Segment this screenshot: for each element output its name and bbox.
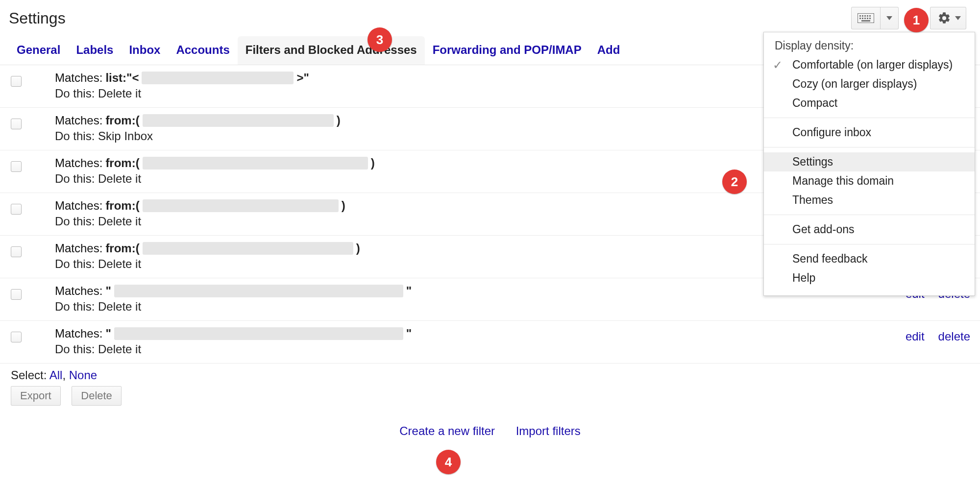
tab-forwarding-and-pop-imap[interactable]: Forwarding and POP/IMAP: [425, 36, 589, 65]
header-bar: Settings: [0, 0, 980, 36]
matches-label: Matches:: [55, 242, 102, 255]
filter-checkbox[interactable]: [11, 204, 22, 215]
delete-button[interactable]: Delete: [72, 386, 122, 406]
menu-density-header: Display density:: [764, 37, 975, 55]
match-prefix: ": [105, 284, 111, 298]
filter-checkbox[interactable]: [11, 332, 22, 342]
keyboard-icon: [858, 13, 874, 23]
matches-label: Matches:: [55, 156, 102, 170]
svg-rect-5: [869, 15, 871, 17]
svg-rect-10: [869, 18, 871, 19]
keyboard-button[interactable]: [851, 7, 881, 29]
svg-rect-1: [859, 15, 861, 17]
filter-row: Matches:""Do this: Delete iteditdelete: [0, 321, 980, 364]
settings-gear-group: [930, 7, 966, 29]
tab-inbox[interactable]: Inbox: [121, 36, 168, 65]
menu-item-label: Comfortable (on larger displays): [792, 58, 953, 71]
dropdown-caret-icon: [886, 16, 892, 20]
menu-item-compact[interactable]: Compact: [764, 94, 975, 113]
check-icon: ✓: [773, 58, 783, 72]
redacted-value: [114, 285, 403, 297]
menu-item-label: Themes: [792, 194, 833, 206]
import-filters-link[interactable]: Import filters: [516, 424, 581, 437]
match-suffix: ): [371, 156, 375, 170]
annotation-badge-2: 2: [722, 170, 747, 194]
annotation-badge-3: 3: [368, 27, 392, 52]
svg-rect-4: [867, 15, 868, 17]
filter-checkbox[interactable]: [11, 246, 22, 257]
svg-rect-8: [864, 18, 866, 19]
menu-item-configure-inbox[interactable]: Configure inbox: [764, 123, 975, 142]
filter-checkbox[interactable]: [11, 289, 22, 300]
svg-rect-7: [862, 18, 863, 19]
select-label: Select:: [11, 368, 47, 382]
filter-checkbox[interactable]: [11, 76, 22, 87]
matches-label: Matches:: [55, 284, 102, 298]
menu-item-label: Manage this domain: [792, 174, 894, 187]
tab-add[interactable]: Add: [589, 36, 628, 65]
menu-item-send-feedback[interactable]: Send feedback: [764, 249, 975, 268]
page-title: Settings: [9, 9, 66, 27]
annotation-badge-1: 1: [904, 8, 929, 32]
svg-rect-9: [867, 18, 868, 19]
filter-text: Matches:""Do this: Delete it: [55, 327, 906, 356]
menu-item-settings[interactable]: Settings: [764, 152, 975, 171]
match-suffix: ): [337, 114, 341, 127]
menu-item-comfortable-on-larger-displays-[interactable]: ✓Comfortable (on larger displays): [764, 55, 975, 74]
svg-rect-2: [862, 15, 863, 17]
menu-item-help[interactable]: Help: [764, 268, 975, 288]
redacted-value: [143, 199, 339, 212]
svg-rect-6: [859, 18, 861, 19]
settings-gear-button[interactable]: [930, 7, 966, 29]
menu-item-cozy-on-larger-displays-[interactable]: Cozy (on larger displays): [764, 74, 975, 94]
keyboard-dropdown-button[interactable]: [881, 7, 899, 29]
matches-label: Matches:: [55, 327, 102, 340]
filter-checkbox[interactable]: [11, 161, 22, 172]
dropdown-caret-icon: [955, 16, 961, 20]
redacted-value: [142, 72, 294, 84]
menu-item-label: Compact: [792, 97, 837, 109]
action-line: Do this: Delete it: [55, 300, 906, 314]
matches-label: Matches:: [55, 71, 102, 85]
matches-label: Matches:: [55, 199, 102, 213]
match-prefix: from:(: [105, 199, 139, 213]
filters-footer: Select: All, None Export Delete Create a…: [0, 364, 980, 453]
menu-item-label: Help: [792, 271, 815, 284]
create-filter-link[interactable]: Create a new filter: [399, 424, 495, 437]
tab-general[interactable]: General: [9, 36, 68, 65]
redacted-value: [114, 327, 403, 340]
redacted-value: [143, 114, 334, 127]
tab-filters-and-blocked-addresses[interactable]: Filters and Blocked Addresses: [238, 36, 425, 65]
menu-item-label: Get add-ons: [792, 223, 855, 236]
action-line: Do this: Delete it: [55, 342, 906, 356]
bottom-links: Create a new filter Import filters: [11, 424, 969, 438]
filter-checkbox[interactable]: [11, 119, 22, 129]
match-prefix: from:(: [105, 242, 139, 255]
select-none-link[interactable]: None: [69, 368, 97, 382]
match-suffix: ": [406, 327, 412, 340]
menu-item-themes[interactable]: Themes: [764, 191, 975, 210]
redacted-value: [143, 242, 353, 255]
edit-filter-link[interactable]: edit: [906, 330, 925, 343]
svg-rect-11: [861, 20, 870, 22]
tab-accounts[interactable]: Accounts: [168, 36, 237, 65]
select-line: Select: All, None: [11, 368, 969, 382]
menu-item-get-add-ons[interactable]: Get add-ons: [764, 220, 975, 239]
match-suffix: >": [296, 71, 309, 85]
matches-label: Matches:: [55, 114, 102, 127]
tab-labels[interactable]: Labels: [68, 36, 121, 65]
select-all-link[interactable]: All: [49, 368, 63, 382]
svg-rect-3: [864, 15, 866, 17]
filter-row-actions: editdelete: [906, 327, 970, 343]
menu-item-label: Cozy (on larger displays): [792, 77, 917, 90]
export-button[interactable]: Export: [11, 386, 61, 406]
menu-item-manage-this-domain[interactable]: Manage this domain: [764, 171, 975, 191]
match-prefix: list:"<: [105, 71, 139, 85]
menu-item-label: Settings: [792, 155, 833, 168]
delete-filter-link[interactable]: delete: [938, 330, 970, 343]
match-prefix: from:(: [105, 156, 139, 170]
menu-item-label: Send feedback: [792, 252, 867, 265]
match-suffix: ): [342, 199, 345, 213]
gear-icon: [937, 11, 951, 25]
annotation-badge-4: 4: [436, 450, 461, 474]
